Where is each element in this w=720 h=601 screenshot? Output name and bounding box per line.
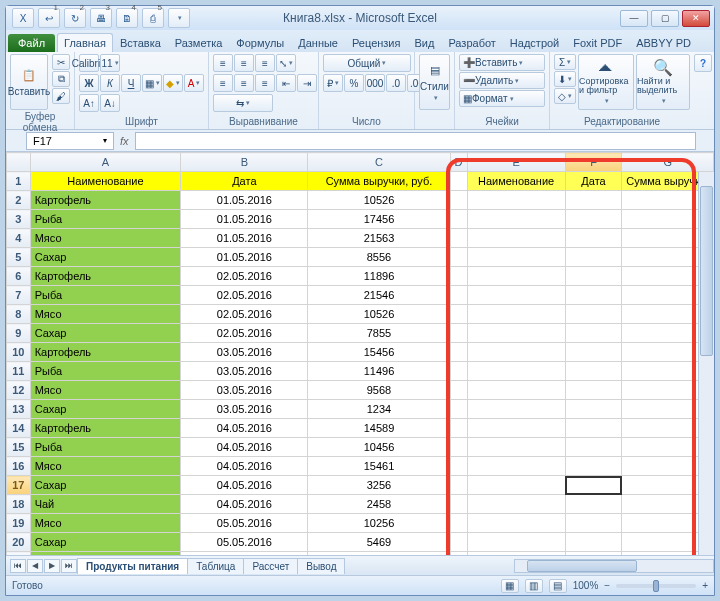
cell-B13[interactable]: 03.05.2016 bbox=[181, 400, 308, 419]
cell-D5[interactable] bbox=[450, 248, 467, 267]
row-header-12[interactable]: 12 bbox=[7, 381, 31, 400]
cell-E12[interactable] bbox=[467, 381, 565, 400]
cell-D12[interactable] bbox=[450, 381, 467, 400]
sheet-nav-next[interactable]: ▶ bbox=[44, 559, 60, 573]
cell-D14[interactable] bbox=[450, 419, 467, 438]
tab-view[interactable]: Вид bbox=[407, 33, 441, 52]
cell-B14[interactable]: 04.05.2016 bbox=[181, 419, 308, 438]
close-button[interactable]: ✕ bbox=[682, 10, 710, 27]
merge-button[interactable]: ⇆ bbox=[213, 94, 273, 112]
cell-D17[interactable] bbox=[450, 476, 467, 495]
cell-A11[interactable]: Рыба bbox=[30, 362, 181, 381]
cell-D7[interactable] bbox=[450, 286, 467, 305]
cell-A18[interactable]: Чай bbox=[30, 495, 181, 514]
row-header-10[interactable]: 10 bbox=[7, 343, 31, 362]
autosum-button[interactable]: Σ bbox=[554, 54, 576, 70]
col-header-G[interactable]: G bbox=[622, 153, 714, 172]
row-header-21[interactable]: 21 bbox=[7, 552, 31, 556]
cell-A2[interactable]: Картофель bbox=[30, 191, 181, 210]
excel-icon[interactable]: X bbox=[12, 8, 34, 28]
row-header-17[interactable]: 17 bbox=[7, 476, 31, 495]
minimize-button[interactable]: — bbox=[620, 10, 648, 27]
cell-F2[interactable] bbox=[565, 191, 622, 210]
cell-A13[interactable]: Сахар bbox=[30, 400, 181, 419]
align-top[interactable]: ≡ bbox=[213, 54, 233, 72]
row-header-5[interactable]: 5 bbox=[7, 248, 31, 267]
font-name-combo[interactable]: Calibri bbox=[79, 54, 99, 72]
cell-C17[interactable]: 3256 bbox=[308, 476, 450, 495]
qat-print[interactable]: 🖶3 bbox=[90, 8, 112, 28]
cell-B20[interactable]: 05.05.2016 bbox=[181, 533, 308, 552]
currency-button[interactable]: ₽ bbox=[323, 74, 343, 92]
row-header-14[interactable]: 14 bbox=[7, 419, 31, 438]
cell-E21[interactable] bbox=[467, 552, 565, 556]
cell-E1[interactable]: Наименование bbox=[467, 172, 565, 191]
border-button[interactable]: ▦ bbox=[142, 74, 162, 92]
clear-button[interactable]: ◇ bbox=[554, 88, 576, 104]
col-header-E[interactable]: E bbox=[467, 153, 565, 172]
cell-C10[interactable]: 15456 bbox=[308, 343, 450, 362]
cell-D11[interactable] bbox=[450, 362, 467, 381]
bold-button[interactable]: Ж bbox=[79, 74, 99, 92]
cell-E19[interactable] bbox=[467, 514, 565, 533]
sort-filter-button[interactable]: ⏶Сортировка и фильтр bbox=[578, 54, 634, 110]
cell-C13[interactable]: 1234 bbox=[308, 400, 450, 419]
cell-F14[interactable] bbox=[565, 419, 622, 438]
grow-font-button[interactable]: A↑ bbox=[79, 94, 99, 112]
sheet-tab-0[interactable]: Продукты питания bbox=[77, 558, 188, 574]
cell-A17[interactable]: Сахар bbox=[30, 476, 181, 495]
row-header-1[interactable]: 1 bbox=[7, 172, 31, 191]
cell-E8[interactable] bbox=[467, 305, 565, 324]
cell-B7[interactable]: 02.05.2016 bbox=[181, 286, 308, 305]
cell-F7[interactable] bbox=[565, 286, 622, 305]
align-middle[interactable]: ≡ bbox=[234, 54, 254, 72]
cell-B15[interactable]: 04.05.2016 bbox=[181, 438, 308, 457]
cell-E5[interactable] bbox=[467, 248, 565, 267]
tab-layout[interactable]: Разметка bbox=[168, 33, 230, 52]
row-header-20[interactable]: 20 bbox=[7, 533, 31, 552]
underline-button[interactable]: Ч bbox=[121, 74, 141, 92]
cell-B16[interactable]: 04.05.2016 bbox=[181, 457, 308, 476]
cell-F12[interactable] bbox=[565, 381, 622, 400]
cell-F19[interactable] bbox=[565, 514, 622, 533]
cell-C20[interactable]: 5469 bbox=[308, 533, 450, 552]
cell-A16[interactable]: Мясо bbox=[30, 457, 181, 476]
cell-D16[interactable] bbox=[450, 457, 467, 476]
row-header-13[interactable]: 13 bbox=[7, 400, 31, 419]
cell-C7[interactable]: 21546 bbox=[308, 286, 450, 305]
cell-F16[interactable] bbox=[565, 457, 622, 476]
worksheet-grid[interactable]: ABCDEFG1НаименованиеДатаСумма выручки, р… bbox=[6, 152, 714, 555]
cell-A9[interactable]: Сахар bbox=[30, 324, 181, 343]
cell-F20[interactable] bbox=[565, 533, 622, 552]
cell-F4[interactable] bbox=[565, 229, 622, 248]
row-header-6[interactable]: 6 bbox=[7, 267, 31, 286]
cell-C19[interactable]: 10256 bbox=[308, 514, 450, 533]
copy-button[interactable]: ⧉ bbox=[52, 71, 70, 87]
row-header-2[interactable]: 2 bbox=[7, 191, 31, 210]
cell-A15[interactable]: Рыба bbox=[30, 438, 181, 457]
tab-review[interactable]: Рецензия bbox=[345, 33, 408, 52]
cell-F5[interactable] bbox=[565, 248, 622, 267]
align-center[interactable]: ≡ bbox=[234, 74, 254, 92]
sheet-nav-last[interactable]: ⏭ bbox=[61, 559, 77, 573]
qat-redo[interactable]: ↻2 bbox=[64, 8, 86, 28]
sheet-tab-2[interactable]: Рассчет bbox=[243, 558, 298, 574]
cell-E14[interactable] bbox=[467, 419, 565, 438]
maximize-button[interactable]: ▢ bbox=[651, 10, 679, 27]
cell-A20[interactable]: Сахар bbox=[30, 533, 181, 552]
cell-F15[interactable] bbox=[565, 438, 622, 457]
orientation-button[interactable]: ⤡ bbox=[276, 54, 296, 72]
cell-E16[interactable] bbox=[467, 457, 565, 476]
cell-D18[interactable] bbox=[450, 495, 467, 514]
sheet-nav-prev[interactable]: ◀ bbox=[27, 559, 43, 573]
cell-D6[interactable] bbox=[450, 267, 467, 286]
cell-D20[interactable] bbox=[450, 533, 467, 552]
cell-A3[interactable]: Рыба bbox=[30, 210, 181, 229]
number-format-combo[interactable]: Общий bbox=[323, 54, 411, 72]
comma-button[interactable]: 000 bbox=[365, 74, 385, 92]
col-header-A[interactable]: A bbox=[30, 153, 181, 172]
formula-input[interactable] bbox=[135, 132, 696, 150]
col-header-F[interactable]: F bbox=[565, 153, 622, 172]
cell-B8[interactable]: 02.05.2016 bbox=[181, 305, 308, 324]
cell-C1[interactable]: Сумма выручки, руб. bbox=[308, 172, 450, 191]
